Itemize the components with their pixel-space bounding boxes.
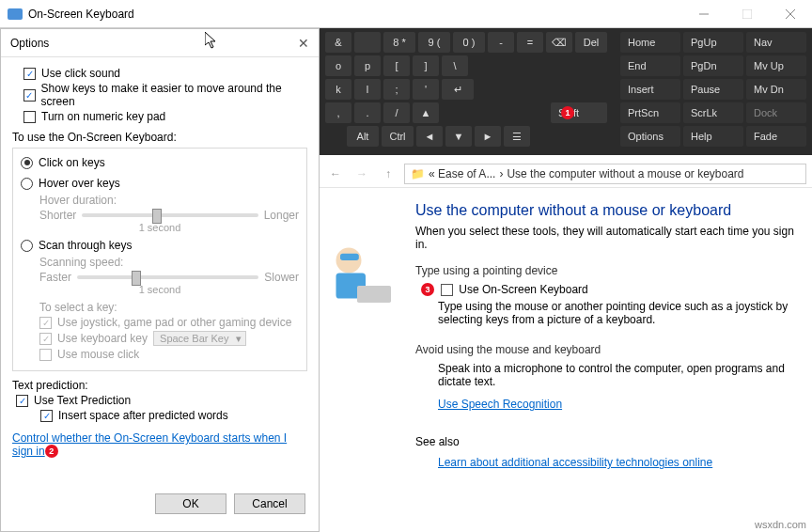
key-insert[interactable]: Insert — [620, 79, 680, 100]
key-prtscn[interactable]: PrtScn — [620, 102, 680, 123]
key-[interactable]: ⌫ — [546, 32, 572, 53]
folder-icon: 📁 — [411, 167, 425, 180]
key-scrlk[interactable]: ScrLk — [683, 102, 743, 123]
key-[interactable]: & — [325, 32, 351, 53]
key-fade[interactable]: Fade — [746, 126, 806, 147]
page-heading: Use the computer without a mouse or keyb… — [415, 202, 803, 219]
radio-hover-keys[interactable] — [21, 178, 33, 190]
key-alt[interactable]: Alt — [347, 126, 379, 147]
options-dialog: Options ✕ ✓Use click sound ✓Show keys to… — [0, 28, 320, 532]
cancel-button[interactable]: Cancel — [234, 493, 305, 514]
key-9[interactable]: 9 ( — [418, 32, 450, 53]
key-[interactable]: ▲ — [413, 102, 439, 123]
title-bar: On-Screen Keyboard — [0, 0, 812, 28]
key-[interactable]: ; — [383, 79, 410, 100]
key-[interactable]: ► — [475, 126, 501, 147]
key-[interactable]: \ — [442, 55, 468, 76]
radio-scan-keys[interactable] — [21, 240, 33, 252]
key-options[interactable]: Options — [620, 126, 680, 147]
svg-rect-5 — [340, 254, 359, 260]
key-[interactable]: ☰ — [504, 126, 530, 147]
scan-value: 1 second — [21, 284, 299, 295]
select-key-label: To select a key: — [39, 301, 299, 314]
key-home[interactable]: Home — [620, 32, 680, 53]
label-use-osk: Use On-Screen Keyboard — [459, 283, 587, 296]
checkbox-text-pred[interactable]: ✓ — [16, 395, 28, 407]
key-pause[interactable]: Pause — [683, 79, 743, 100]
key-k[interactable]: k — [325, 79, 351, 100]
key-mvdn[interactable]: Mv Dn — [746, 79, 806, 100]
forward-button[interactable]: → — [351, 164, 372, 184]
hover-slider — [82, 213, 258, 217]
checkbox-click-sound[interactable]: ✓ — [23, 68, 36, 80]
label-numeric: Turn on numeric key pad — [41, 110, 165, 123]
ok-button[interactable]: OK — [155, 493, 226, 514]
checkbox-use-osk[interactable] — [441, 284, 453, 296]
svg-rect-7 — [357, 286, 391, 303]
key-[interactable]: [ — [383, 55, 410, 76]
see-also-label: See also — [415, 435, 803, 448]
maximize-button[interactable] — [726, 0, 769, 28]
label-kb-key: Use keyboard key — [57, 332, 148, 345]
close-button[interactable] — [769, 0, 812, 28]
key-pgdn[interactable]: PgDn — [683, 55, 743, 76]
key-[interactable]: ↵ — [442, 79, 474, 100]
key-p[interactable]: p — [354, 55, 381, 76]
speech-link[interactable]: Use Speech Recognition — [438, 398, 562, 411]
key-[interactable]: , — [325, 102, 351, 123]
breadcrumb-prefix: « Ease of A... — [429, 167, 495, 180]
faster-label: Faster — [39, 271, 71, 284]
key-0[interactable]: 0 ) — [453, 32, 485, 53]
checkbox-mouse — [39, 349, 52, 361]
key-del[interactable]: Del — [575, 32, 607, 53]
key-l[interactable]: l — [354, 79, 381, 100]
text-prediction-label: Text prediction: — [12, 379, 307, 392]
key-[interactable]: ' — [413, 79, 439, 100]
label-text-pred: Use Text Prediction — [34, 394, 131, 407]
key-shift[interactable]: Shift — [551, 102, 607, 123]
checkbox-insert-space[interactable]: ✓ — [40, 410, 53, 422]
checkbox-kb-key: ✓ — [39, 333, 52, 345]
key-pgup[interactable]: PgUp — [683, 32, 743, 53]
key-end[interactable]: End — [620, 55, 680, 76]
key-[interactable]: . — [354, 102, 381, 123]
key-help[interactable]: Help — [683, 126, 743, 147]
svg-rect-1 — [742, 9, 752, 19]
key-8[interactable]: 8 * — [383, 32, 415, 53]
watermark: wsxdn.com — [755, 519, 806, 530]
window-controls — [682, 0, 812, 28]
key-nav[interactable]: Nav — [746, 32, 806, 53]
minimize-button[interactable] — [682, 0, 726, 28]
label-scan-keys: Scan through keys — [39, 239, 132, 252]
key-[interactable]: ◄ — [416, 126, 443, 147]
key-[interactable]: - — [488, 32, 514, 53]
key-mvup[interactable]: Mv Up — [746, 55, 806, 76]
breadcrumb[interactable]: 📁 « Ease of A... › Use the computer with… — [404, 164, 806, 184]
checkbox-numeric[interactable] — [23, 111, 36, 123]
section-pointing: Type using a pointing device — [415, 264, 803, 277]
learn-link[interactable]: Learn about additional accessibility tec… — [438, 456, 712, 469]
breadcrumb-current: Use the computer without a mouse or keyb… — [507, 167, 743, 180]
radio-group-mode: Click on keys Hover over keys Hover dura… — [12, 148, 307, 371]
window-title: On-Screen Keyboard — [28, 8, 134, 21]
speak-text: Speak into a microphone to control the c… — [438, 362, 803, 388]
label-joystick: Use joystick, game pad or other gaming d… — [57, 316, 291, 329]
type-using-text: Type using the mouse or another pointing… — [438, 300, 803, 326]
close-icon[interactable]: ✕ — [298, 36, 309, 51]
scan-slider — [77, 275, 258, 279]
key-[interactable]: ] — [413, 55, 439, 76]
key-[interactable]: ▼ — [445, 126, 472, 147]
key-[interactable]: / — [383, 102, 410, 123]
helper-image — [320, 235, 399, 320]
up-button[interactable]: ↑ — [378, 164, 398, 184]
back-button[interactable]: ← — [325, 164, 346, 184]
key-blank[interactable] — [354, 32, 381, 53]
key-dock[interactable]: Dock — [746, 102, 806, 123]
radio-click-keys[interactable] — [21, 157, 33, 169]
checkbox-show-keys[interactable]: ✓ — [23, 89, 36, 102]
key-ctrl[interactable]: Ctrl — [382, 126, 414, 147]
key-[interactable]: = — [517, 32, 543, 53]
shorter-label: Shorter — [39, 209, 76, 222]
longer-label: Longer — [264, 209, 299, 222]
key-o[interactable]: o — [325, 55, 351, 76]
